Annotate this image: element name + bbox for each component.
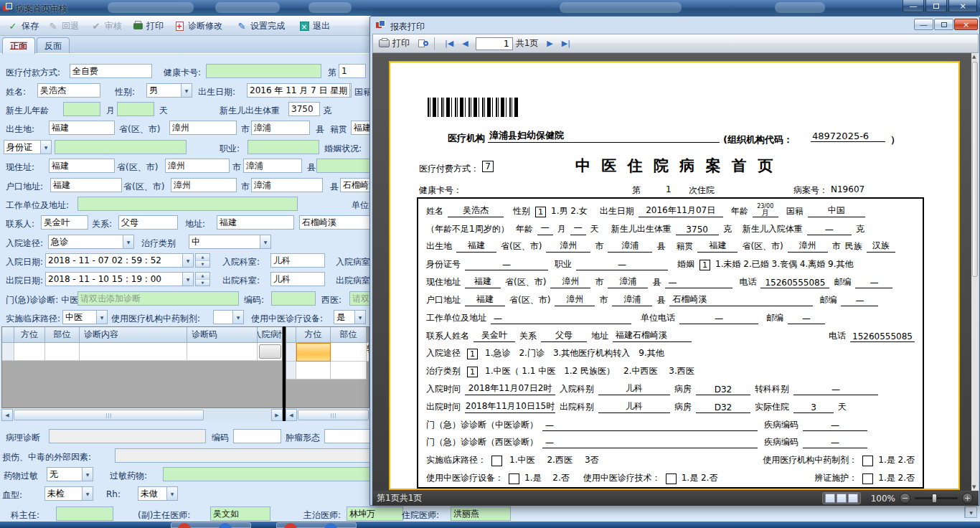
- zoom-out-button[interactable]: −: [900, 493, 910, 504]
- job-input[interactable]: [248, 140, 319, 154]
- cur-prov-input[interactable]: 福建: [49, 159, 115, 173]
- cur-county-input[interactable]: 漳浦: [243, 159, 302, 173]
- preview-vscrollbar[interactable]: ▲ ▼: [971, 53, 979, 491]
- adm-date-input[interactable]: 2018 - 11 - 07 02 : 59 : 52▼: [45, 253, 194, 268]
- print-button[interactable]: 打印: [129, 17, 166, 34]
- view-single-button[interactable]: [825, 494, 835, 503]
- main-restore-button[interactable]: [925, 0, 947, 12]
- pathology-input[interactable]: [49, 429, 206, 443]
- next-page-button[interactable]: ▶: [547, 39, 552, 48]
- audit-button[interactable]: ✔审核: [88, 17, 125, 34]
- name-input[interactable]: 吴浩杰: [37, 83, 100, 98]
- print-settings-icon[interactable]: [417, 39, 428, 49]
- grid-cell[interactable]: [80, 343, 187, 361]
- tab-back[interactable]: 反面: [37, 37, 70, 54]
- prev-page-button[interactable]: ◀: [462, 39, 468, 48]
- right-grid-hscroll[interactable]: ◀: [286, 409, 369, 421]
- clin-path-combo[interactable]: 中医▼: [62, 310, 108, 324]
- id-type-combo[interactable]: 身份证▼: [4, 140, 52, 154]
- undo-button[interactable]: ✎回退: [44, 17, 82, 34]
- work-input[interactable]: [77, 197, 298, 211]
- pathology-code-input[interactable]: [233, 429, 281, 443]
- zoom-slider[interactable]: [915, 497, 958, 499]
- relation-input[interactable]: 父母: [118, 215, 178, 230]
- main-close-button[interactable]: ×: [948, 0, 977, 12]
- tab-front[interactable]: 正面: [2, 37, 35, 54]
- zoom-slider-thumb[interactable]: [932, 494, 937, 503]
- view-continuous-button[interactable]: [837, 494, 847, 503]
- dob-input[interactable]: 2016 年 11 月 7 日 星期▼: [247, 83, 352, 98]
- col-adm-state[interactable]: 入院病情: [258, 327, 283, 343]
- cur-city-input[interactable]: 漳州: [165, 159, 230, 173]
- hukou-prov-input[interactable]: 福建: [50, 178, 122, 192]
- hukou-county-input[interactable]: 漳浦: [251, 178, 323, 192]
- seq-input[interactable]: 1: [339, 64, 366, 78]
- col-fangwei-r[interactable]: 方位: [296, 327, 331, 343]
- first-page-button[interactable]: |◀: [445, 39, 453, 48]
- col-code[interactable]: 诊断码: [187, 327, 258, 343]
- herbal-combo[interactable]: ▼: [213, 310, 244, 324]
- tumor-input[interactable]: [324, 429, 374, 443]
- cur-detail-input[interactable]: [316, 159, 374, 173]
- grid-cell[interactable]: [258, 343, 283, 361]
- adm-path-combo[interactable]: 急诊▼: [48, 235, 134, 249]
- selected-cell[interactable]: [296, 343, 331, 362]
- grid-cell[interactable]: [45, 343, 80, 361]
- health-card-input[interactable]: [206, 64, 321, 78]
- hukou-city-input[interactable]: 漳州: [171, 178, 237, 192]
- birth-city-input[interactable]: 漳州: [169, 121, 237, 135]
- contact-prov-input[interactable]: 福建: [217, 215, 294, 230]
- main-minimize-button[interactable]: —: [903, 0, 924, 12]
- dis-date-spinner[interactable]: ▲▼: [195, 272, 210, 286]
- edge-combo[interactable]: ▼: [964, 506, 977, 518]
- dis-dept-input[interactable]: 儿科: [270, 272, 325, 286]
- rh-combo[interactable]: 未做▼: [138, 486, 178, 501]
- sex-combo[interactable]: 男▼: [146, 83, 192, 98]
- grid-cell[interactable]: [14, 343, 45, 361]
- deputy-input[interactable]: 吴文如: [210, 506, 270, 521]
- contact-input[interactable]: 吴金叶: [41, 215, 88, 230]
- pay-method-input[interactable]: 全自费: [70, 64, 152, 78]
- view-facing-button[interactable]: [848, 494, 858, 503]
- last-page-button[interactable]: ▶|: [562, 39, 570, 48]
- treat-type-combo[interactable]: 中▼: [189, 235, 271, 249]
- cell-button[interactable]: [259, 344, 281, 359]
- dis-date-input[interactable]: 2018 - 11 - 10 15 : 19 : 00▼: [45, 272, 194, 286]
- allergy-drug-input[interactable]: [163, 467, 374, 481]
- grid-cell[interactable]: [331, 362, 367, 380]
- col-fangwei[interactable]: 方位: [14, 327, 45, 343]
- preview-maximize-button[interactable]: [934, 19, 953, 30]
- birth-prov-input[interactable]: 福建: [49, 121, 115, 135]
- setup-done-button[interactable]: ✎设置完成: [233, 17, 288, 34]
- tcm-device-combo[interactable]: 是▼: [334, 310, 366, 324]
- nb-weight-input[interactable]: 3750: [288, 102, 320, 116]
- left-grid-hscroll[interactable]: ◀▶: [1, 409, 283, 421]
- id-number-input[interactable]: [55, 140, 187, 154]
- allergy-combo[interactable]: 无▼: [47, 467, 93, 481]
- nb-age-day-input[interactable]: [117, 102, 154, 116]
- zoom-in-button[interactable]: +: [962, 493, 973, 504]
- save-button[interactable]: ✓保存: [4, 17, 42, 34]
- blood-combo[interactable]: 未检▼: [44, 486, 93, 501]
- preview-minimize-button[interactable]: —: [914, 19, 933, 30]
- diag-modify-button[interactable]: +诊断修改: [171, 17, 225, 34]
- preview-print-button[interactable]: 打印: [379, 37, 410, 50]
- birth-county-input[interactable]: 漳浦: [251, 121, 310, 135]
- grid-cell[interactable]: [187, 343, 258, 361]
- injury-input[interactable]: [115, 448, 374, 463]
- outp-code-input[interactable]: [271, 291, 316, 306]
- adm-dept-input[interactable]: 儿科: [270, 253, 325, 268]
- col-buwei[interactable]: 部位: [45, 327, 80, 343]
- attending-input[interactable]: 林坤万: [347, 506, 403, 521]
- resident-input[interactable]: 洪丽燕: [451, 506, 511, 521]
- nb-age-month-input[interactable]: [63, 102, 100, 116]
- contact-detail-input[interactable]: 石榴崎溪: [299, 215, 373, 230]
- outp-tcm-input[interactable]: 请双击添加诊断: [77, 291, 239, 306]
- adm-date-spinner[interactable]: ▲▼: [195, 253, 210, 268]
- chief-input[interactable]: [56, 506, 113, 521]
- grid-cell[interactable]: [331, 343, 367, 362]
- page-number-input[interactable]: 1: [476, 37, 513, 50]
- grid-cell[interactable]: [296, 362, 331, 380]
- col-content[interactable]: 诊断内容: [80, 327, 187, 343]
- preview-close-button[interactable]: ×: [954, 19, 978, 30]
